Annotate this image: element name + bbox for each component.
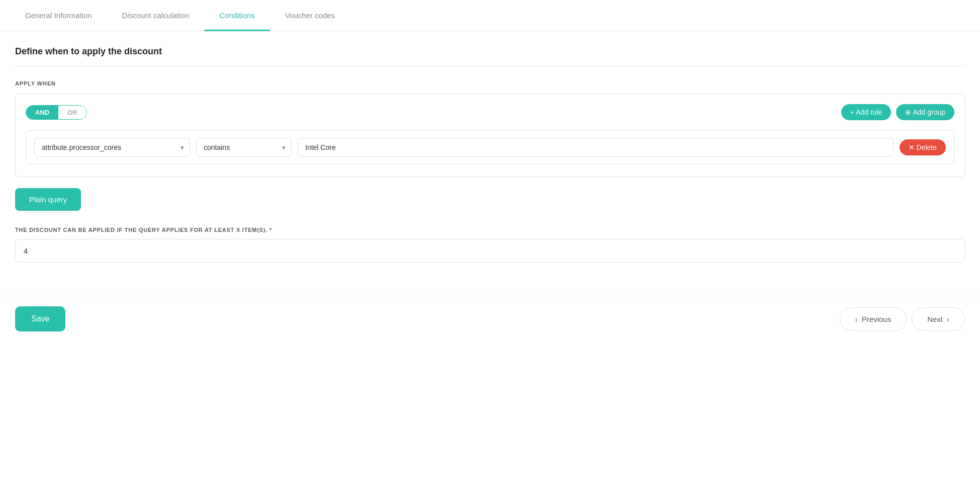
- or-toggle-button[interactable]: OR: [58, 106, 86, 119]
- previous-label: Previous: [862, 315, 891, 323]
- attribute-select-wrapper: attribute.processor_cores: [34, 138, 190, 157]
- tab-conditions[interactable]: Conditions: [204, 0, 270, 31]
- next-label: Next: [927, 315, 943, 323]
- condition-box: AND OR + Add rule ⊕ Add group attribute.…: [15, 94, 965, 177]
- min-items-input[interactable]: [15, 239, 965, 263]
- tab-discount-calculation[interactable]: Discount calculation: [107, 0, 204, 31]
- tabs-nav: General Information Discount calculation…: [0, 0, 980, 31]
- condition-header: AND OR + Add rule ⊕ Add group: [26, 104, 954, 120]
- apply-when-label: APPLY WHEN: [15, 80, 965, 87]
- section-title: Define when to apply the discount: [15, 46, 965, 57]
- previous-button[interactable]: ‹ Previous: [840, 307, 907, 331]
- save-button[interactable]: Save: [15, 306, 65, 331]
- plain-query-button[interactable]: Plain query: [15, 188, 81, 211]
- min-items-label: THE DISCOUNT CAN BE APPLIED IF THE QUERY…: [15, 227, 965, 233]
- main-content: Define when to apply the discount APPLY …: [0, 31, 980, 291]
- operator-select[interactable]: contains: [196, 138, 292, 157]
- header-actions: + Add rule ⊕ Add group: [841, 104, 954, 120]
- rule-value-input[interactable]: [298, 138, 894, 157]
- divider: [15, 66, 965, 66]
- operator-select-wrapper: contains: [196, 138, 292, 157]
- next-button[interactable]: Next ›: [912, 307, 965, 331]
- and-toggle-button[interactable]: AND: [26, 106, 58, 119]
- add-group-button[interactable]: ⊕ Add group: [896, 104, 954, 120]
- rule-row: attribute.processor_cores contains ✕ Del…: [26, 130, 954, 164]
- nav-buttons: ‹ Previous Next ›: [840, 307, 965, 331]
- tab-voucher-codes[interactable]: Voucher codes: [270, 0, 350, 31]
- attribute-select[interactable]: attribute.processor_cores: [34, 138, 190, 157]
- previous-icon: ‹: [855, 315, 858, 323]
- and-or-toggle[interactable]: AND OR: [26, 105, 87, 120]
- tab-general-information[interactable]: General Information: [10, 0, 107, 31]
- footer: Save ‹ Previous Next ›: [0, 296, 980, 342]
- delete-rule-button[interactable]: ✕ Delete: [900, 139, 946, 155]
- add-rule-button[interactable]: + Add rule: [841, 104, 891, 120]
- next-icon: ›: [947, 315, 949, 323]
